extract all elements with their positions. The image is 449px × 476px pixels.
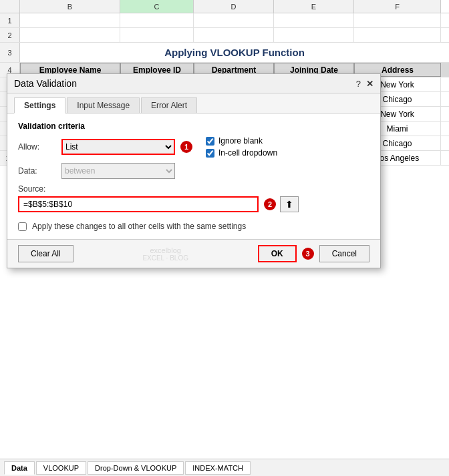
dialog-title: Data Validation [14, 78, 77, 89]
data-validation-dialog: Data Validation ? ✕ Settings Input Messa… [7, 73, 381, 268]
row-1: 1 [0, 13, 449, 28]
cell-c2[interactable] [120, 28, 194, 42]
sheet-tab-index-match[interactable]: INDEX-MATCH [185, 461, 251, 475]
col-header-f: F [354, 0, 441, 13]
cell-b2[interactable] [20, 28, 120, 42]
allow-select-wrap: List 1 [61, 139, 192, 155]
section-validation-criteria: Validation criteria [18, 122, 369, 131]
row-num-2: 2 [0, 28, 20, 42]
spreadsheet-title: Applying VLOOKUP Function [20, 43, 449, 62]
source-input-wrap: 2 [18, 196, 276, 212]
apply-row: Apply these changes to all other cells w… [18, 222, 369, 231]
sheet-tab-dropdown-vlookup[interactable]: Drop-Down & VLOOKUP [88, 461, 184, 475]
row-num-1: 1 [0, 13, 20, 27]
badge-1: 1 [180, 141, 192, 153]
cell-d2[interactable] [194, 28, 274, 42]
row-3-title: 3 Applying VLOOKUP Function [0, 43, 449, 63]
badge-2: 2 [264, 198, 276, 210]
allow-row: Allow: List 1 Ignore blank In-cell dropd… [18, 136, 369, 158]
cancel-button[interactable]: Cancel [319, 245, 369, 262]
col-header-a [0, 0, 20, 13]
source-upload-button[interactable]: ⬆ [280, 196, 299, 212]
col-header-e: E [274, 0, 354, 13]
help-icon[interactable]: ? [356, 79, 361, 89]
cell-c1[interactable] [120, 13, 194, 27]
tab-settings[interactable]: Settings [14, 97, 65, 113]
watermark: excelblog EXCEL · BLOG [73, 246, 258, 262]
dialog-controls: ? ✕ [356, 79, 373, 89]
source-section: Source: 2 ⬆ [18, 184, 369, 212]
cell-e1[interactable] [274, 13, 354, 27]
upload-icon: ⬆ [285, 199, 293, 210]
cell-f1[interactable] [354, 13, 441, 27]
ignore-blank-label: Ignore blank [218, 136, 263, 146]
in-cell-dropdown-checkbox[interactable] [206, 149, 214, 158]
row-2: 2 [0, 28, 449, 43]
dialog-tabs: Settings Input Message Error Alert [7, 93, 380, 113]
cell-e2[interactable] [274, 28, 354, 42]
tab-error-alert[interactable]: Error Alert [141, 97, 197, 113]
in-cell-dropdown-row: In-cell dropdown [206, 148, 277, 158]
ignore-blank-checkbox[interactable] [206, 137, 214, 146]
source-input-row: 2 ⬆ [18, 196, 369, 212]
apply-all-checkbox[interactable] [18, 222, 27, 231]
tab-input-message[interactable]: Input Message [67, 97, 140, 113]
checkbox-group: Ignore blank In-cell dropdown [206, 136, 277, 158]
data-label: Data: [18, 166, 55, 176]
dialog-body: Validation criteria Allow: List 1 Ignore… [7, 113, 380, 239]
dialog-footer: Clear All excelblog EXCEL · BLOG OK 3 Ca… [7, 239, 380, 268]
ok-wrap: OK 3 [258, 245, 314, 262]
badge-3: 3 [302, 248, 314, 260]
cell-d1[interactable] [194, 13, 274, 27]
footer-left: Clear All [18, 245, 73, 262]
col-header-c: C [120, 0, 194, 13]
footer-right: OK 3 Cancel [258, 245, 369, 262]
apply-label: Apply these changes to all other cells w… [32, 222, 246, 231]
data-row: Data: between [18, 163, 369, 179]
close-icon[interactable]: ✕ [366, 79, 373, 89]
column-headers: B C D E F [0, 0, 449, 13]
col-header-b: B [20, 0, 120, 13]
cell-b1[interactable] [20, 13, 120, 27]
ok-button[interactable]: OK [258, 245, 297, 262]
dialog-titlebar: Data Validation ? ✕ [7, 74, 380, 93]
cell-f2[interactable] [354, 28, 441, 42]
col-header-d: D [194, 0, 274, 13]
clear-all-button[interactable]: Clear All [18, 245, 73, 262]
sheet-tab-vlookup[interactable]: VLOOKUP [36, 461, 86, 475]
data-select[interactable]: between [61, 163, 175, 179]
source-label: Source: [18, 184, 369, 194]
allow-label: Allow: [18, 142, 55, 152]
in-cell-dropdown-label: In-cell dropdown [218, 148, 277, 158]
ignore-blank-row: Ignore blank [206, 136, 277, 146]
sheet-tab-bar: Data VLOOKUP Drop-Down & VLOOKUP INDEX-M… [0, 459, 449, 476]
sheet-tab-data[interactable]: Data [4, 461, 35, 475]
row-num-3: 3 [0, 43, 20, 62]
allow-select[interactable]: List [61, 139, 175, 155]
source-input[interactable] [18, 196, 259, 212]
